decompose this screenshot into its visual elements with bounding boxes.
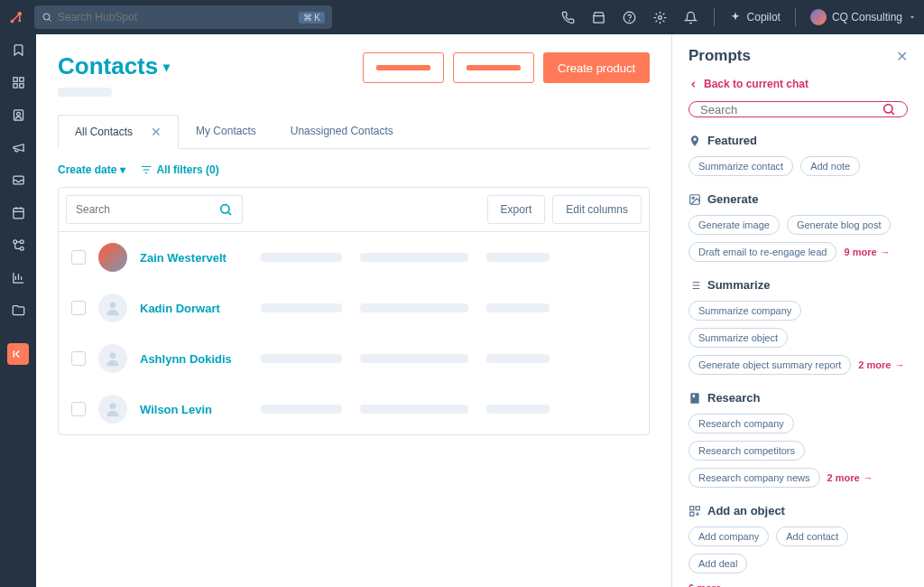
search-icon [218,202,233,217]
table-row[interactable]: Wilson Levin [59,384,649,434]
global-search[interactable]: ⌘ K [34,5,332,29]
contact-name[interactable]: Wilson Levin [140,403,248,416]
table-search-input[interactable] [76,203,211,216]
close-icon[interactable]: ✕ [151,125,162,139]
prompt-pill[interactable]: Generate blog post [787,215,892,235]
calendar-icon[interactable] [10,204,26,220]
prompt-section: Add an objectAdd companyAdd contactAdd d… [688,504,908,587]
chevron-left-icon [688,79,698,89]
megaphone-icon[interactable] [10,139,26,155]
reports-icon[interactable] [10,269,26,285]
edit-columns-button[interactable]: Edit columns [552,195,642,224]
row-checkbox[interactable] [71,250,86,265]
table-row[interactable]: Zain Westervelt [59,232,649,283]
panel-title: Prompts [688,47,751,65]
more-link[interactable]: 2 more → [827,468,873,488]
prompt-pill[interactable]: Add note [800,156,860,176]
filter-icon [140,163,152,176]
contact-name[interactable]: Zain Westervelt [140,251,248,265]
svg-point-17 [20,239,23,243]
more-link[interactable]: 6 more → [688,582,908,587]
prompts-search[interactable] [688,101,908,117]
create-product-button[interactable]: Create product [543,52,650,83]
table-search[interactable] [66,195,243,224]
close-panel-button[interactable]: ✕ [896,48,908,65]
row-checkbox[interactable] [71,351,86,366]
all-filters-button[interactable]: All filters (0) [140,163,218,176]
prompt-pill[interactable]: Summarize company [688,301,801,321]
page-title[interactable]: Contacts ▾ [58,52,170,80]
prompt-pill[interactable]: Summarize object [688,328,788,348]
prompt-pill[interactable]: Summarize contact [688,156,793,176]
collapse-sidebar-button[interactable] [7,343,29,365]
contact-avatar [98,395,127,424]
svg-rect-7 [13,77,16,80]
search-icon [42,12,52,23]
help-icon[interactable] [622,9,638,25]
phone-icon[interactable] [560,9,577,25]
marketplace-icon[interactable] [591,9,607,25]
topbar: ⌘ K Copilot CQ Consulting [0,0,924,34]
more-link[interactable]: 9 more → [844,242,890,262]
inbox-icon[interactable] [10,172,26,188]
contact-name[interactable]: Ashlynn Dokidis [140,352,248,366]
back-to-chat-link[interactable]: Back to current chat [688,78,908,90]
prompt-pill[interactable]: Add company [688,526,769,546]
svg-rect-26 [696,506,699,509]
table-row[interactable]: Ashlynn Dokidis [59,333,649,384]
more-link[interactable]: 2 more → [858,355,904,375]
svg-point-18 [221,205,229,213]
prompt-pill[interactable]: Research competitors [688,441,805,461]
section-header: Research [688,391,908,405]
prompt-pill[interactable]: Draft email to re-engage lead [688,242,836,262]
row-checkbox[interactable] [71,402,86,416]
prompts-search-input[interactable] [700,103,874,116]
bookmark-icon[interactable] [10,42,26,58]
svg-point-19 [110,302,116,308]
grid-icon[interactable] [10,74,26,90]
workflow-icon[interactable] [10,237,26,253]
tab-all-contacts[interactable]: All Contacts ✕ [58,115,179,149]
settings-icon[interactable] [652,9,669,25]
prompt-section: ResearchResearch companyResearch competi… [688,391,908,488]
create-date-filter[interactable]: Create date ▾ [58,163,125,176]
prompt-pill[interactable]: Add deal [688,554,747,573]
svg-point-15 [13,239,16,243]
tab-unassigned-contacts[interactable]: Unassigned Contacts [273,115,411,148]
chevron-down-icon [908,13,917,22]
search-kbd-hint: ⌘ K [299,12,325,23]
account-avatar [810,9,827,25]
contact-avatar [98,294,127,322]
outline-button-1[interactable] [363,52,444,83]
svg-rect-10 [13,83,16,87]
svg-point-20 [110,352,116,359]
svg-point-3 [43,14,50,20]
global-search-input[interactable] [58,11,293,23]
row-checkbox[interactable] [71,301,86,315]
contact-name[interactable]: Kadin Dorwart [140,302,248,315]
export-button[interactable]: Export [487,195,546,224]
copilot-button[interactable]: Copilot [729,11,781,23]
sidebar [0,34,36,587]
sparkle-icon [729,11,742,23]
table-row[interactable]: Kadin Dorwart [59,283,649,333]
hubspot-logo [7,8,25,26]
contact-icon[interactable] [10,107,26,123]
prompt-pill[interactable]: Generate image [688,215,780,235]
outline-button-2[interactable] [453,52,534,83]
account-menu[interactable]: CQ Consulting [810,9,917,25]
chevron-down-icon: ▾ [163,60,170,74]
svg-point-5 [629,20,630,21]
notifications-icon[interactable] [683,9,699,25]
contact-avatar [98,344,127,373]
contact-avatar [98,243,127,272]
prompt-pill[interactable]: Research company [688,414,794,433]
prompt-pill[interactable]: Add contact [776,526,848,546]
folder-icon[interactable] [10,302,26,318]
tab-my-contacts[interactable]: My Contacts [179,115,273,148]
svg-point-2 [18,19,21,22]
svg-rect-27 [690,512,694,516]
prompt-pill[interactable]: Generate object summary report [688,355,851,375]
prompt-pill[interactable]: Research company news [688,468,820,488]
chevron-down-icon: ▾ [120,163,125,176]
